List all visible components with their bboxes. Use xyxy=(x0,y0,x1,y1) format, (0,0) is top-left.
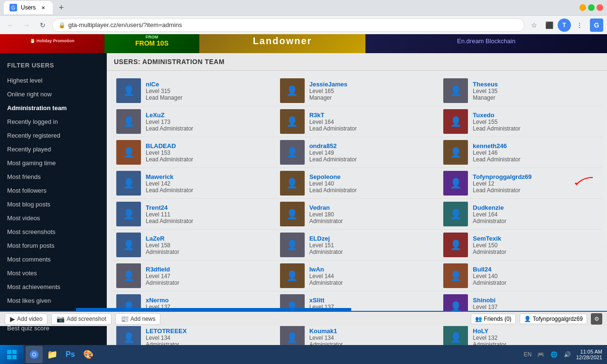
back-button[interactable]: ← xyxy=(4,19,17,32)
reload-button[interactable]: ↻ xyxy=(36,19,49,32)
user-name[interactable]: JessieJames xyxy=(309,81,347,88)
bottom-right: 👥 Friends (0) 👤 Tofynproggalgrdz69 ⚙ xyxy=(471,313,602,325)
user-role: Lead Administrator xyxy=(473,156,520,163)
sidebar-item-most-gaming-time[interactable]: Most gaming time xyxy=(0,156,107,170)
sidebar-item-most-achievements[interactable]: Most achievements xyxy=(0,280,107,294)
user-name[interactable]: Tuxedo xyxy=(473,112,520,119)
list-item[interactable]: 👤 LeXuZ Level 173 Lead Administrator xyxy=(112,106,275,137)
sidebar-item-most-friends[interactable]: Most friends xyxy=(0,170,107,184)
user-name[interactable]: ELDzej xyxy=(309,235,343,242)
user-name[interactable]: IwAn xyxy=(309,266,343,273)
user-name[interactable]: Trent24 xyxy=(146,204,193,211)
list-item[interactable]: 👤 Vedran Level 180 Administrator xyxy=(275,199,439,230)
close-window-button[interactable] xyxy=(597,4,603,11)
sidebar-item-recently-played[interactable]: Recently played xyxy=(0,142,107,156)
user-name[interactable]: LeXuZ xyxy=(146,112,193,119)
sidebar-item-most-likes-given[interactable]: Most likes given xyxy=(0,294,107,308)
user-info: BLADEAD Level 153 Lead Administrator xyxy=(146,142,193,163)
list-item[interactable]: 👤 kenneth246 Level 146 Lead Administrato… xyxy=(439,137,602,168)
taskbar-app-photoshop[interactable]: Ps xyxy=(62,346,79,363)
menu-button[interactable]: ⋮ xyxy=(573,19,586,32)
user-name[interactable]: Bull24 xyxy=(473,266,506,273)
user-name[interactable]: R3dfield xyxy=(146,266,179,273)
taskbar-app-files[interactable]: 📁 xyxy=(44,346,61,363)
sidebar-item-most-blog-posts[interactable]: Most blog posts xyxy=(0,197,107,211)
user-name[interactable]: Mawerick xyxy=(146,173,193,180)
avatar: 👤 xyxy=(280,171,305,196)
minimize-button[interactable] xyxy=(579,4,586,11)
list-item[interactable]: 👤 Theseus Level 135 Manager xyxy=(439,75,602,106)
add-video-button[interactable]: ▶ Add video xyxy=(5,313,47,325)
list-item[interactable]: 👤 ELDzej Level 151 Administrator xyxy=(275,230,439,261)
user-name[interactable]: Vedran xyxy=(309,204,343,211)
list-item[interactable]: 👤 JessieJames Level 165 Manager xyxy=(275,75,439,106)
tab-close-button[interactable]: ✕ xyxy=(39,4,47,11)
user-name[interactable]: Theseus xyxy=(473,81,498,88)
sidebar-item-administration-team[interactable]: Administration team xyxy=(0,101,107,115)
user-name[interactable]: BLADEAD xyxy=(146,142,193,149)
sidebar-item-most-votes[interactable]: Most votes xyxy=(0,266,107,280)
sidebar-item-recently-logged-in[interactable]: Recently logged in xyxy=(0,115,107,129)
taskbar-app-paint[interactable]: 🎨 xyxy=(80,346,97,363)
add-news-button[interactable]: 📰 Add news xyxy=(115,313,161,325)
user-name[interactable]: Koumak1 xyxy=(309,327,343,335)
user-name[interactable]: xNermo xyxy=(146,297,179,304)
browser-tab[interactable]: G Users ✕ xyxy=(4,1,53,14)
sidebar-item-recently-registered[interactable]: Recently registered xyxy=(0,129,107,142)
horizontal-scrollbar[interactable] xyxy=(76,308,351,311)
sidebar-item-most-videos[interactable]: Most videos xyxy=(0,211,107,225)
list-item[interactable]: 👤 R3kT Level 164 Lead Administrator xyxy=(275,106,439,137)
sidebar-item-most-comments[interactable]: Most comments xyxy=(0,252,107,266)
friends-button[interactable]: 👥 Friends (0) xyxy=(471,314,516,324)
user-name[interactable]: Shinobi xyxy=(473,297,506,304)
user-name[interactable]: LaZeR xyxy=(146,235,179,242)
user-name[interactable]: kenneth246 xyxy=(473,142,520,149)
list-item[interactable]: 👤 Tofynproggalgrdz69 Level 12 Lead Admin… xyxy=(439,168,602,199)
user-name[interactable]: Dudkenzie xyxy=(473,204,506,211)
user-name[interactable]: Tofynproggalgrdz69 xyxy=(473,173,532,180)
user-role: Lead Administrator xyxy=(146,156,193,163)
avatar: 👤 xyxy=(443,109,468,134)
new-tab-button[interactable]: + xyxy=(55,1,68,14)
list-item[interactable]: 👤 niCe Level 315 Lead Manager xyxy=(112,75,275,106)
list-item[interactable]: 👤 Mawerick Level 142 Lead Administrator xyxy=(112,168,275,199)
list-item[interactable]: 👤 R3dfield Level 147 Administrator xyxy=(112,261,275,291)
sidebar-item-most-forum-posts[interactable]: Most forum posts xyxy=(0,239,107,252)
list-item[interactable]: 👤 Bull24 Level 140 Administrator xyxy=(439,261,602,291)
settings-button[interactable]: ⚙ xyxy=(591,313,602,325)
profile-button[interactable]: T xyxy=(558,19,571,32)
user-name[interactable]: xSlitt xyxy=(309,297,343,304)
list-item[interactable]: 👤 Tuxedo Level 155 Lead Administrator xyxy=(439,106,602,137)
user-name[interactable]: SemTexik xyxy=(473,235,506,242)
add-screenshot-button[interactable]: 📷 Add screenshot xyxy=(51,313,111,325)
current-user-badge[interactable]: 👤 Tofynproggalgrdz69 xyxy=(520,314,587,324)
user-name[interactable]: HoLY xyxy=(473,327,506,335)
user-name[interactable]: Sepoleone xyxy=(309,173,357,180)
list-item[interactable]: 👤 IwAn Level 144 Administrator xyxy=(275,261,439,291)
maximize-button[interactable] xyxy=(588,4,595,11)
user-role: Administrator xyxy=(146,280,179,286)
list-item[interactable]: 👤 Dudkenzie Level 164 Administrator xyxy=(439,199,602,230)
list-item[interactable]: 👤 LaZeR Level 158 Administrator xyxy=(112,230,275,261)
user-role: Administrator xyxy=(309,341,343,345)
sidebar-item-most-followers[interactable]: Most followers xyxy=(0,184,107,197)
user-name[interactable]: niCe xyxy=(146,81,182,88)
list-item[interactable]: 👤 SemTexik Level 150 Administrator xyxy=(439,230,602,261)
sidebar-item-most-screenshots[interactable]: Most screenshots xyxy=(0,225,107,239)
user-info: Mawerick Level 142 Lead Administrator xyxy=(146,173,193,194)
bookmark-button[interactable]: ☆ xyxy=(527,19,541,32)
list-item[interactable]: 👤 BLADEAD Level 153 Lead Administrator xyxy=(112,137,275,168)
list-item[interactable]: 👤 Trent24 Level 111 Lead Administrator xyxy=(112,199,275,230)
taskbar-app-chrome[interactable] xyxy=(26,346,43,363)
extensions-button[interactable]: ⬛ xyxy=(542,19,556,32)
list-item[interactable]: 👤 ondra852 Level 149 Lead Administrator xyxy=(275,137,439,168)
address-bar[interactable]: 🔒 gta-multiplayer.cz/en/users/?item=admi… xyxy=(52,19,524,32)
list-item[interactable]: 👤 Sepoleone Level 140 Lead Administrator xyxy=(275,168,439,199)
sidebar-item-highest-level[interactable]: Highest level xyxy=(0,74,107,87)
user-name[interactable]: R3kT xyxy=(309,112,357,119)
user-name[interactable]: ondra852 xyxy=(309,142,357,149)
start-button[interactable] xyxy=(0,345,24,364)
forward-button[interactable]: → xyxy=(20,19,33,32)
sidebar-item-online-right-now[interactable]: Online right now xyxy=(0,87,107,101)
user-name[interactable]: LETOTREEEX xyxy=(146,327,187,335)
